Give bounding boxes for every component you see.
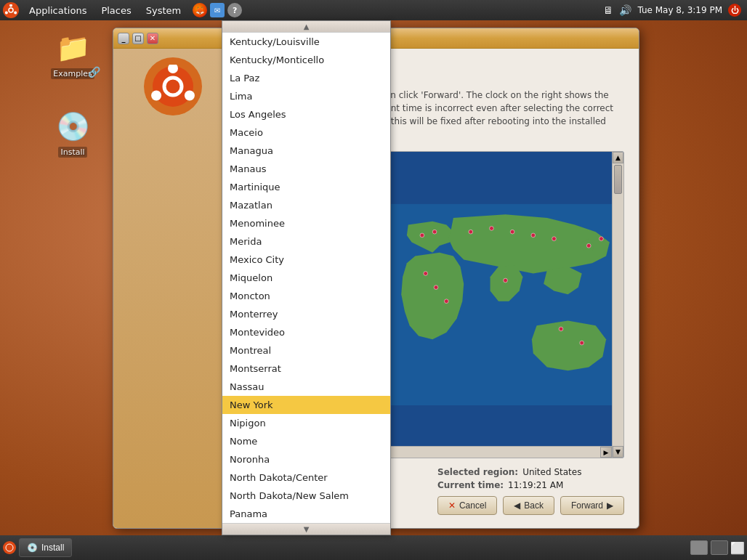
examples-icon[interactable]: 📁 🔗 Examples: [44, 31, 102, 79]
ubuntu-logo[interactable]: [3, 2, 19, 18]
install-icon[interactable]: 💿 Install: [44, 109, 102, 158]
dropdown-item[interactable]: Montreal: [222, 341, 390, 360]
svg-point-8: [185, 91, 195, 101]
dropdown-item[interactable]: Managua: [222, 142, 390, 160]
svg-point-18: [420, 233, 424, 238]
dropdown-item[interactable]: Mazatlan: [222, 196, 390, 214]
dropdown-item[interactable]: Merida: [222, 232, 390, 251]
dropdown-item[interactable]: Manaus: [222, 160, 390, 178]
dropdown-item[interactable]: Montevideo: [222, 323, 390, 341]
dropdown-item[interactable]: Noronha: [222, 450, 390, 468]
dropdown-item[interactable]: Panama: [222, 505, 390, 523]
taskbar-bottom: 💿 Install ⬜: [0, 535, 747, 560]
current-time-value: 11:19:21 AM: [508, 480, 563, 490]
dropdown-item[interactable]: New York: [222, 396, 390, 414]
volume-icon[interactable]: 🔊: [619, 4, 631, 16]
power-icon[interactable]: ⏻: [728, 4, 741, 17]
workspace-2[interactable]: [711, 540, 728, 555]
svg-point-9: [151, 91, 161, 101]
email-icon[interactable]: ✉: [210, 3, 225, 17]
dropdown-item[interactable]: Lima: [222, 87, 390, 105]
svg-point-23: [469, 230, 473, 234]
workspace-1[interactable]: [690, 540, 708, 555]
action-buttons: ✕ Cancel ◀ Back Forward ▶: [437, 496, 624, 515]
dropdown-item[interactable]: Martinique: [222, 178, 390, 196]
svg-point-32: [599, 237, 604, 241]
maximize-button[interactable]: □: [132, 33, 144, 44]
scroll-right-button[interactable]: ▶: [600, 447, 612, 458]
clock: Tue May 8, 3:19 PM: [637, 5, 722, 15]
cancel-icon: ✕: [448, 500, 456, 511]
firefox-icon[interactable]: 🦊: [193, 3, 207, 17]
svg-point-3: [14, 12, 17, 15]
scroll-down-button[interactable]: ▼: [613, 446, 623, 458]
back-icon: ◀: [514, 500, 520, 511]
ubuntu-installer-logo: [144, 57, 202, 115]
selected-region-value: United States: [522, 467, 581, 477]
dropdown-item[interactable]: Mexico City: [222, 251, 390, 269]
show-desktop-icon[interactable]: ⬜: [731, 541, 744, 554]
dropdown-item[interactable]: Kentucky/Monticello: [222, 51, 390, 69]
applications-menu[interactable]: Applications: [22, 0, 94, 20]
dropdown-item[interactable]: Los Angeles: [222, 105, 390, 123]
cancel-button[interactable]: ✕ Cancel: [437, 496, 497, 515]
dropdown-list: Kentucky/LouisvilleKentucky/MonticelloLa…: [222, 33, 390, 523]
dropdown-item[interactable]: Menominee: [222, 214, 390, 232]
taskbar-right: 🖥 🔊 Tue May 8, 3:19 PM ⏻: [603, 4, 747, 17]
svg-point-21: [434, 285, 438, 290]
taskbar-install-button[interactable]: 💿 Install: [19, 538, 72, 557]
taskbar-bottom-right: ⬜: [690, 540, 744, 555]
start-icon[interactable]: [3, 541, 16, 554]
svg-point-24: [490, 227, 494, 231]
svg-point-34: [6, 544, 13, 551]
network-icon[interactable]: 🖥: [603, 4, 613, 16]
svg-point-30: [580, 341, 584, 345]
taskbar-top: Applications Places System 🦊 ✉ ? 🖥 🔊 Tue…: [0, 0, 747, 20]
svg-point-27: [552, 237, 557, 241]
system-menu[interactable]: System: [139, 0, 188, 20]
svg-point-20: [424, 272, 428, 276]
sidebar: [113, 49, 233, 528]
map-scrollbar-v: ▲ ▼: [612, 152, 623, 458]
dropdown-item[interactable]: North Dakota/Center: [222, 468, 390, 487]
dropdown-item[interactable]: Maceio: [222, 123, 390, 142]
dropdown-item[interactable]: Nipigon: [222, 414, 390, 432]
dropdown-item[interactable]: Kentucky/Louisville: [222, 33, 390, 51]
svg-point-26: [531, 233, 536, 238]
install-icon: 💿: [27, 543, 38, 553]
selected-region-row: Selected region: United States: [437, 467, 624, 477]
scroll-up-button[interactable]: ▲: [613, 152, 623, 163]
back-button[interactable]: ◀ Back: [503, 496, 554, 515]
forward-button[interactable]: Forward ▶: [560, 496, 624, 515]
city-dropdown[interactable]: ▲ Kentucky/LouisvilleKentucky/Monticello…: [222, 20, 391, 535]
svg-point-22: [444, 299, 448, 304]
places-menu[interactable]: Places: [94, 0, 138, 20]
forward-icon: ▶: [607, 500, 613, 511]
dropdown-item[interactable]: Montserrat: [222, 360, 390, 378]
svg-point-4: [5, 12, 8, 15]
svg-point-28: [504, 278, 508, 283]
svg-point-19: [432, 230, 437, 234]
close-button[interactable]: ✕: [147, 33, 158, 44]
minimize-button[interactable]: _: [118, 33, 129, 44]
dropdown-item[interactable]: Miquelon: [222, 269, 390, 287]
scroll-track-v: [613, 163, 623, 446]
dropdown-item[interactable]: Moncton: [222, 287, 390, 305]
dropdown-item[interactable]: North Dakota/New Salem: [222, 487, 390, 505]
window-controls: _ □ ✕: [118, 33, 158, 44]
svg-point-29: [559, 327, 563, 331]
svg-point-31: [586, 243, 591, 248]
current-time-row: Current time: 11:19:21 AM: [437, 480, 624, 490]
dropdown-item[interactable]: La Paz: [222, 69, 390, 87]
dropdown-item[interactable]: Nassau: [222, 378, 390, 396]
dropdown-item[interactable]: Monterrey: [222, 305, 390, 323]
scroll-thumb-v[interactable]: [614, 165, 622, 194]
dropdown-scroll-up[interactable]: ▲: [222, 21, 390, 33]
dropdown-item[interactable]: Nome: [222, 432, 390, 450]
dropdown-scroll-down[interactable]: ▼: [222, 523, 390, 535]
help-icon[interactable]: ?: [227, 3, 242, 17]
svg-point-25: [510, 230, 514, 234]
